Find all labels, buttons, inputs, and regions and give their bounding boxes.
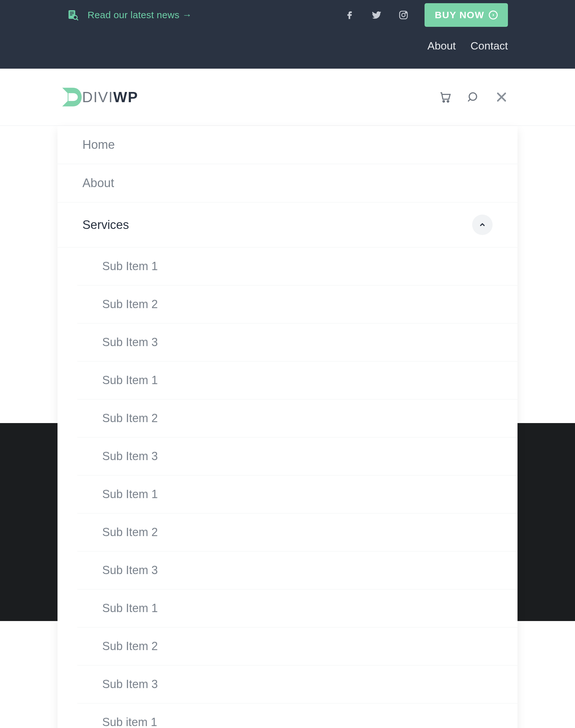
svg-point-11 [469, 93, 477, 100]
topnav-about[interactable]: About [428, 40, 456, 52]
submenu-item[interactable]: Sub Item 1 [77, 589, 517, 627]
svg-point-10 [447, 101, 449, 102]
menu-item-services[interactable]: Services [58, 203, 517, 248]
menu-item-about[interactable]: About [58, 164, 517, 203]
submenu-item[interactable]: Sub Item 3 [77, 551, 517, 589]
buy-now-label: BUY NOW [435, 9, 484, 21]
svg-point-7 [402, 13, 405, 17]
site-header: DIVIWP [0, 69, 575, 126]
submenu-item[interactable]: Sub Item 1 [77, 361, 517, 399]
submenu-item[interactable]: Sub Item 2 [77, 513, 517, 551]
svg-line-5 [77, 19, 78, 21]
svg-line-12 [468, 99, 470, 102]
topnav-contact[interactable]: Contact [471, 40, 508, 52]
menu-item-label: Services [82, 218, 129, 232]
svg-point-9 [443, 101, 445, 102]
instagram-icon[interactable] [398, 9, 409, 21]
submenu-item[interactable]: Sub Item 3 [77, 323, 517, 361]
submenu-item[interactable]: Sub Item 3 [77, 437, 517, 475]
logo-mark-icon [59, 85, 84, 110]
submenu-item[interactable]: Sub item 1 [77, 703, 517, 728]
news-icon [67, 9, 78, 21]
submenu-item[interactable]: Sub Item 2 [77, 399, 517, 437]
submenu-services: Sub Item 1 Sub Item 2 Sub Item 3 Sub Ite… [58, 248, 517, 728]
svg-point-8 [405, 12, 406, 13]
chevron-right-circle-icon [489, 10, 498, 20]
submenu-item[interactable]: Sub Item 3 [77, 665, 517, 703]
cart-icon[interactable] [439, 91, 452, 104]
submenu-item[interactable]: Sub Item 2 [77, 627, 517, 665]
search-icon[interactable] [467, 91, 480, 104]
chevron-up-icon[interactable] [472, 215, 493, 235]
logo-text: DIVIWP [82, 88, 138, 106]
submenu-item[interactable]: Sub Item 2 [77, 286, 517, 323]
twitter-icon[interactable] [371, 9, 382, 21]
top-bar: Read our latest news → BUY NOW [0, 0, 575, 69]
menu-item-home[interactable]: Home [58, 126, 517, 164]
mobile-menu-panel: Home About Services Sub Item 1 Sub Item … [58, 126, 517, 728]
close-menu-icon[interactable] [495, 91, 508, 104]
news-link[interactable]: Read our latest news → [88, 9, 192, 21]
site-logo[interactable]: DIVIWP [59, 85, 138, 110]
submenu-item[interactable]: Sub Item 1 [77, 248, 517, 286]
submenu-item[interactable]: Sub Item 1 [77, 475, 517, 513]
buy-now-button[interactable]: BUY NOW [425, 3, 508, 27]
svg-point-4 [73, 16, 77, 20]
facebook-icon[interactable] [344, 9, 356, 21]
